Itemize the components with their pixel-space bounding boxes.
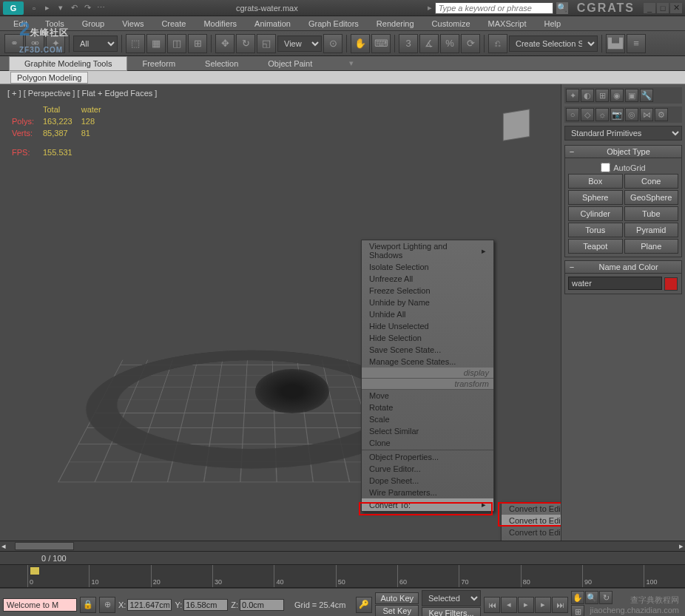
autogrid-checkbox[interactable] [601,163,610,172]
spinner-snap-icon[interactable]: ⟳ [461,34,480,53]
menu-rendering[interactable]: Rendering [369,18,422,30]
lights-icon[interactable]: ☼ [595,108,609,121]
motion-tab-icon[interactable]: ◉ [610,89,624,102]
hierarchy-tab-icon[interactable]: ⊞ [595,89,609,102]
viewcube[interactable] [494,103,539,147]
maxscript-listener[interactable] [3,598,77,612]
time-slider-bar[interactable]: 0 / 100 [0,551,685,564]
x-coord-input[interactable] [127,599,172,611]
menu-graph-editors[interactable]: Graph Editors [301,18,366,30]
manipulate-icon[interactable]: ✋ [351,34,370,53]
menu-isolate[interactable]: Isolate Selection [362,261,493,273]
helpers-icon[interactable]: ◎ [625,108,638,121]
convert-editable-patch[interactable]: Convert to Editable Patch [502,527,561,538]
pyramid-button[interactable]: Pyramid [624,223,679,237]
menu-unfreeze-all[interactable]: Unfreeze All [362,273,493,285]
menu-hide-selection[interactable]: Hide Selection [362,332,493,344]
menu-views[interactable]: Views [115,18,151,30]
open-icon[interactable]: ▸ [41,2,53,14]
prev-frame-icon[interactable]: ◂ [501,597,517,613]
menu-convert-to[interactable]: Convert To:▸ [362,498,493,511]
menu-curve-editor[interactable]: Curve Editor... [362,463,493,475]
ribbon-tab-selection[interactable]: Selection [190,57,253,70]
cylinder-button[interactable]: Cylinder [568,206,623,221]
lock-icon[interactable]: 🔒 [80,597,96,613]
percent-snap-icon[interactable]: % [440,34,459,53]
menu-dope-sheet[interactable]: Dope Sheet... [362,475,493,487]
angle-snap-icon[interactable]: ∡ [419,34,439,53]
menu-modifiers[interactable]: Modifiers [196,18,244,30]
scale-icon[interactable]: ◱ [257,34,276,53]
selection-filter-dropdown[interactable]: All [73,35,118,52]
collapse-icon[interactable]: − [567,263,577,271]
save-icon[interactable]: ▾ [55,2,67,14]
next-frame-icon[interactable]: ▸ [535,597,551,613]
cone-button[interactable]: Cone [624,174,679,189]
move-icon[interactable]: ✥ [215,34,234,53]
menu-hide-unselected[interactable]: Hide Unselected [362,320,493,332]
ribbon-tab-freeform[interactable]: Freeform [127,57,190,70]
menu-scale[interactable]: Scale [362,413,493,425]
ribbon-tab-objectpaint[interactable]: Object Paint [253,57,327,70]
arrow-icon[interactable]: ▸ [428,3,432,13]
teapot-button[interactable]: Teapot [568,239,623,254]
new-icon[interactable]: ▫ [28,2,40,14]
menu-move[interactable]: Move [362,390,493,402]
spacewarps-icon[interactable]: ⋈ [640,108,653,121]
box-button[interactable]: Box [568,174,623,189]
close-icon[interactable]: ✕ [670,3,682,13]
z-coord-input[interactable] [240,599,284,611]
ribbon-expand-icon[interactable]: ▾ [349,58,354,68]
convert-editable-poly[interactable]: Convert to Editable Poly [502,515,561,527]
pivot-icon[interactable]: ⊙ [323,34,342,53]
timeline-ruler[interactable]: 0 10 20 30 40 50 60 70 80 90 100 [0,564,685,588]
nav-pan-icon[interactable]: ✋ [571,591,584,604]
select-region-icon[interactable]: ◫ [167,34,186,53]
menu-unhide-all[interactable]: Unhide All [362,308,493,320]
tube-button[interactable]: Tube [624,206,679,221]
menu-help[interactable]: Help [537,18,569,30]
goto-end-icon[interactable]: ⏭ [552,597,568,613]
scrollbar-thumb[interactable] [15,542,74,550]
menu-wire-params[interactable]: Wire Parameters... [362,487,493,498]
named-sets-icon[interactable]: ⎌ [488,34,507,53]
utilities-tab-icon[interactable]: 🔧 [640,89,653,102]
viewport-scrollbar[interactable]: ◂ ▸ [0,541,685,551]
menu-viewport-lighting[interactable]: Viewport Lighting and Shadows▸ [362,240,493,261]
menu-unhide-name[interactable]: Unhide by Name [362,297,493,308]
object-name-input[interactable] [568,277,662,290]
menu-create[interactable]: Create [154,18,193,30]
systems-icon[interactable]: ⚙ [655,108,668,121]
keymode-dropdown[interactable]: Selected [422,590,481,606]
geometry-icon[interactable]: ○ [566,108,579,121]
menu-manage-states[interactable]: Manage Scene States... [362,356,493,368]
menu-customize[interactable]: Customize [425,18,478,30]
menu-group[interactable]: Group [75,18,112,30]
select-name-icon[interactable]: ▦ [146,34,166,53]
object-color-swatch[interactable] [664,277,678,291]
align-icon[interactable]: ≡ [627,34,646,53]
undo-icon[interactable]: ↶ [68,2,80,14]
ref-coord-dropdown[interactable]: View [277,35,322,52]
viewport-label[interactable]: [ + ] [ Perspective ] [ Flat + Edged Fac… [7,89,157,98]
app-icon[interactable]: G [3,1,24,15]
snap-icon[interactable]: 3 [399,34,418,53]
menu-object-properties[interactable]: Object Properties... [362,451,493,463]
polygon-modeling-panel[interactable]: Polygon Modeling [10,72,88,84]
cameras-icon[interactable]: 📷 [610,108,624,121]
geosphere-button[interactable]: GeoSphere [624,190,679,205]
modify-tab-icon[interactable]: ◐ [581,89,594,102]
search-icon[interactable]: 🔍 [556,2,568,14]
link-icon[interactable]: ⋯ [95,2,107,14]
display-tab-icon[interactable]: ▣ [625,89,638,102]
menu-select-similar[interactable]: Select Similar [362,425,493,437]
keyboard-icon[interactable]: ⌨ [371,34,391,53]
create-tab-icon[interactable]: ✦ [566,89,579,102]
window-crossing-icon[interactable]: ⊞ [188,34,207,53]
goto-start-icon[interactable]: ⏮ [484,597,500,613]
menu-save-state[interactable]: Save Scene State... [362,344,493,356]
rotate-icon[interactable]: ↻ [236,34,255,53]
menu-animation[interactable]: Animation [247,18,298,30]
selection-set-dropdown[interactable]: Create Selection Set [509,35,598,52]
setkey-button[interactable]: Set Key [375,605,419,616]
